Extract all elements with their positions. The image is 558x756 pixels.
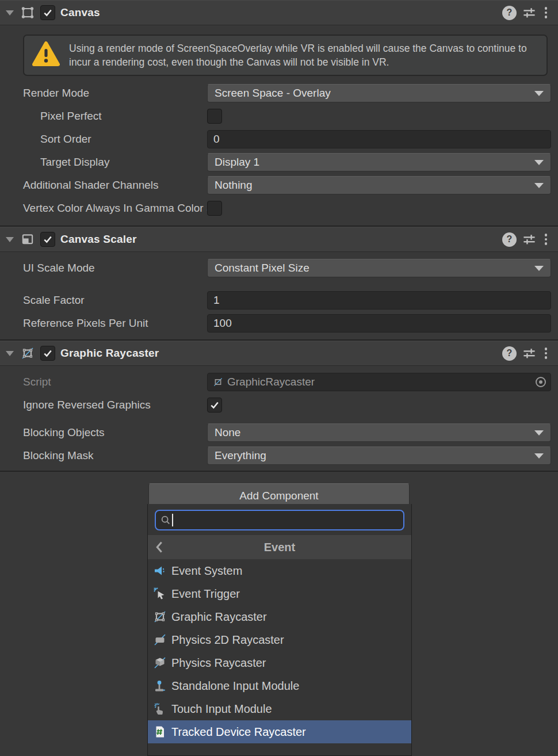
additional-shader-channels-dropdown[interactable]: Nothing [207,176,551,194]
warning-box: Using a render mode of ScreenSpaceOverla… [23,35,548,76]
kebab-menu-icon[interactable] [542,346,550,361]
warning-text: Using a render mode of ScreenSpaceOverla… [69,41,538,69]
check-icon [43,8,52,17]
dropdown-arrow-icon [534,266,544,271]
additional-shader-channels-row: Additional Shader Channels Nothing [0,174,558,197]
sort-order-row: Sort Order 0 [0,128,558,151]
object-picker-icon[interactable] [536,377,546,387]
pixel-perfect-label: Pixel Perfect [0,110,207,123]
graphic-raycaster-icon [20,346,35,361]
component-item-tracked-device-raycaster[interactable]: Tracked Device Raycaster [148,720,411,743]
dropdown-arrow-icon [534,160,544,165]
script-row: Script GraphicRaycaster [0,371,558,394]
blocking-objects-row: Blocking Objects None [0,421,558,444]
check-icon [210,400,219,410]
reference-pixels-row: Reference Pixels Per Unit 100 [0,312,558,335]
script-icon [212,376,224,388]
script-object-field[interactable]: GraphicRaycaster [207,373,551,391]
component-group-header: Event [148,535,411,559]
check-icon [43,349,52,358]
event-system-icon [152,563,167,578]
canvas-scaler-enabled-checkbox[interactable] [40,232,55,247]
sort-order-label: Sort Order [0,133,207,146]
tracked-device-raycaster-icon [152,724,167,739]
graphic-raycaster-icon [152,609,167,624]
blocking-objects-dropdown[interactable]: None [207,423,551,442]
canvas-scaler-header[interactable]: Canvas Scaler ? [0,227,558,252]
blocking-mask-dropdown[interactable]: Everything [207,446,551,465]
target-display-dropdown[interactable]: Display 1 [207,153,551,171]
touch-input-module-icon [152,701,167,716]
render-mode-dropdown[interactable]: Screen Space - Overlay [207,84,551,102]
component-item-graphic-raycaster[interactable]: Graphic Raycaster [148,605,411,628]
script-label: Script [0,376,207,388]
search-icon [160,515,171,525]
component-search-input[interactable] [174,514,399,526]
pixel-perfect-checkbox[interactable] [207,109,222,124]
component-item-physics-raycaster[interactable]: Physics Raycaster [148,651,411,674]
component-item-touch-input-module[interactable]: Touch Input Module [148,697,411,720]
warning-icon [32,41,60,70]
sort-order-input[interactable]: 0 [207,130,551,148]
help-icon[interactable]: ? [502,232,517,247]
canvas-icon [20,5,35,20]
foldout-arrow-icon[interactable] [6,237,14,242]
physics-raycaster-icon [152,655,167,670]
scale-factor-row: Scale Factor 1 [0,289,558,312]
ignore-reversed-checkbox[interactable] [207,398,222,413]
standalone-input-module-icon [152,678,167,693]
presets-icon[interactable] [522,232,537,247]
render-mode-label: Render Mode [0,87,207,100]
canvas-enabled-checkbox[interactable] [40,5,55,20]
graphic-raycaster-component: Graphic Raycaster ? Script GraphicRaycas… [0,341,558,471]
help-icon[interactable]: ? [502,6,517,20]
canvas-scaler-title: Canvas Scaler [60,233,137,246]
back-chevron-icon[interactable] [155,535,164,559]
blocking-mask-label: Blocking Mask [0,449,207,462]
kebab-menu-icon[interactable] [542,5,550,20]
vertex-color-label: Vertex Color Always In Gamma Color Space [0,202,207,215]
canvas-component: Canvas ? Using a render mode of ScreenSp… [0,0,558,226]
scale-factor-label: Scale Factor [0,294,207,307]
canvas-scaler-icon [20,232,35,247]
dropdown-arrow-icon [534,91,544,96]
target-display-row: Target Display Display 1 [0,151,558,174]
physics-2d-raycaster-icon [152,632,167,647]
dropdown-arrow-icon [534,183,544,188]
blocking-objects-label: Blocking Objects [0,426,207,439]
dropdown-arrow-icon [534,453,544,459]
canvas-component-title: Canvas [60,6,100,19]
scale-factor-input[interactable]: 1 [207,291,551,310]
canvas-component-header[interactable]: Canvas ? [0,0,558,25]
additional-shader-channels-label: Additional Shader Channels [0,179,207,192]
reference-pixels-input[interactable]: 100 [207,314,551,333]
reference-pixels-label: Reference Pixels Per Unit [0,317,207,330]
presets-icon[interactable] [522,346,537,361]
add-component-popup: Event Event System Event Trigger Graphic… [147,504,412,756]
component-item-event-system[interactable]: Event System [148,559,411,582]
graphic-raycaster-enabled-checkbox[interactable] [40,346,55,361]
ui-scale-mode-label: UI Scale Mode [0,262,207,274]
component-search-box[interactable] [155,510,404,530]
graphic-raycaster-header[interactable]: Graphic Raycaster ? [0,341,558,366]
vertex-color-checkbox[interactable] [207,201,222,216]
component-item-standalone-input-module[interactable]: Standalone Input Module [148,674,411,697]
ignore-reversed-row: Ignore Reversed Graphics [0,394,558,417]
component-item-event-trigger[interactable]: Event Trigger [148,582,411,605]
canvas-scaler-component: Canvas Scaler ? UI Scale Mode Constant P… [0,227,558,339]
ui-scale-mode-row: UI Scale Mode Constant Pixel Size [0,257,558,280]
dropdown-arrow-icon [534,430,544,436]
kebab-menu-icon[interactable] [542,232,550,247]
graphic-raycaster-title: Graphic Raycaster [60,347,159,360]
foldout-arrow-icon[interactable] [6,10,14,16]
presets-icon[interactable] [522,5,537,20]
foldout-arrow-icon[interactable] [6,351,14,356]
event-trigger-icon [152,586,167,601]
blocking-mask-row: Blocking Mask Everything [0,444,558,467]
ui-scale-mode-dropdown[interactable]: Constant Pixel Size [207,259,551,277]
target-display-label: Target Display [0,156,207,169]
ignore-reversed-label: Ignore Reversed Graphics [0,399,207,411]
pixel-perfect-row: Pixel Perfect [0,105,558,128]
component-item-physics-2d-raycaster[interactable]: Physics 2D Raycaster [148,628,411,651]
help-icon[interactable]: ? [502,346,517,361]
